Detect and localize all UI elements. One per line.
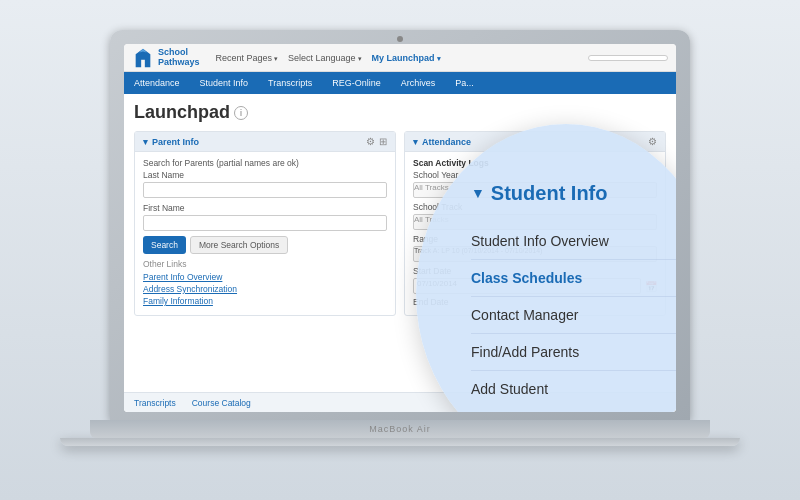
gear-icon[interactable]: ⚙ [366,136,375,147]
main-nav-bar: Attendance Student Info Transcripts REG-… [124,72,676,94]
gear-icon-attendance[interactable]: ⚙ [648,136,657,147]
other-links-title: Other Links [143,259,387,269]
parent-info-icons: ⚙ ⊞ [366,136,387,147]
browser-logo: School Pathways [132,47,200,69]
family-info-link[interactable]: Family Information [143,296,387,306]
transcripts-bottom-link[interactable]: Transcripts [134,398,176,408]
laptop-screen-outer: School Pathways Recent Pages Select Lang… [110,30,690,420]
browser-topbar: School Pathways Recent Pages Select Lang… [124,44,676,72]
laptop-camera [397,36,403,42]
more-search-options-button[interactable]: More Search Options [190,236,288,254]
logo-text: School Pathways [158,48,200,68]
last-name-group: Last Name [143,170,387,198]
browser-nav-links: Recent Pages Select Language My Launchpa… [216,53,441,63]
dropdown-item-class-schedules[interactable]: Class Schedules [471,260,676,297]
dropdown-header: ▼ Student Info [471,182,608,205]
page-title: Launchpad i [134,102,666,123]
last-name-input[interactable] [143,182,387,198]
nav-more[interactable]: Pa... [445,72,484,94]
search-hint-label: Search for Parents (partial names are ok… [143,158,387,168]
first-name-label: First Name [143,203,387,213]
recent-pages-link[interactable]: Recent Pages [216,53,279,63]
nav-reg-online[interactable]: REG-Online [322,72,391,94]
scene: School Pathways Recent Pages Select Lang… [40,20,760,480]
grid-icon[interactable]: ⊞ [379,136,387,147]
search-button[interactable]: Search [143,236,186,254]
dropdown-item-contact-manager[interactable]: Contact Manager [471,297,676,334]
dropdown-arrow-icon: ▼ [471,185,485,201]
my-launchpad-link[interactable]: My Launchpad [372,53,441,63]
nav-archives[interactable]: Archives [391,72,446,94]
parent-info-header: Parent Info ⚙ ⊞ [135,132,395,152]
nav-transcripts[interactable]: Transcripts [258,72,322,94]
info-icon[interactable]: i [234,106,248,120]
dropdown-item-find-add-parents[interactable]: Find/Add Parents [471,334,676,371]
school-pathways-logo-icon [132,47,154,69]
parent-info-overview-link[interactable]: Parent Info Overview [143,272,387,282]
search-btn-row: Search More Search Options [143,236,387,254]
select-language-link[interactable]: Select Language [288,53,362,63]
address-sync-link[interactable]: Address Synchronization [143,284,387,294]
laptop-screen: School Pathways Recent Pages Select Lang… [124,44,676,412]
dropdown-title: Student Info [491,182,608,205]
attendance-title: Attendance [413,137,471,147]
global-search-input[interactable] [588,55,668,61]
parent-info-title: Parent Info [143,137,199,147]
first-name-group: First Name [143,203,387,231]
attendance-icons: ⚙ [648,136,657,147]
main-content: Launchpad i Parent Info ⚙ [124,94,676,412]
parent-info-widget: Parent Info ⚙ ⊞ Search for Parents (part… [134,131,396,316]
nav-attendance[interactable]: Attendance [124,72,190,94]
dropdown-item-add-student[interactable]: Add Student [471,371,676,407]
laptop-bottom [60,438,740,446]
laptop: School Pathways Recent Pages Select Lang… [60,30,740,470]
dropdown-item-overview[interactable]: Student Info Overview [471,223,676,260]
dropdown-items: Student Info Overview Class Schedules Co… [471,223,676,407]
browser: School Pathways Recent Pages Select Lang… [124,44,676,412]
first-name-input[interactable] [143,215,387,231]
parent-info-body: Search for Parents (partial names are ok… [135,152,395,314]
last-name-label: Last Name [143,170,387,180]
course-catalog-link[interactable]: Course Catalog [192,398,251,408]
nav-student-info[interactable]: Student Info [190,72,259,94]
laptop-base [90,420,710,438]
